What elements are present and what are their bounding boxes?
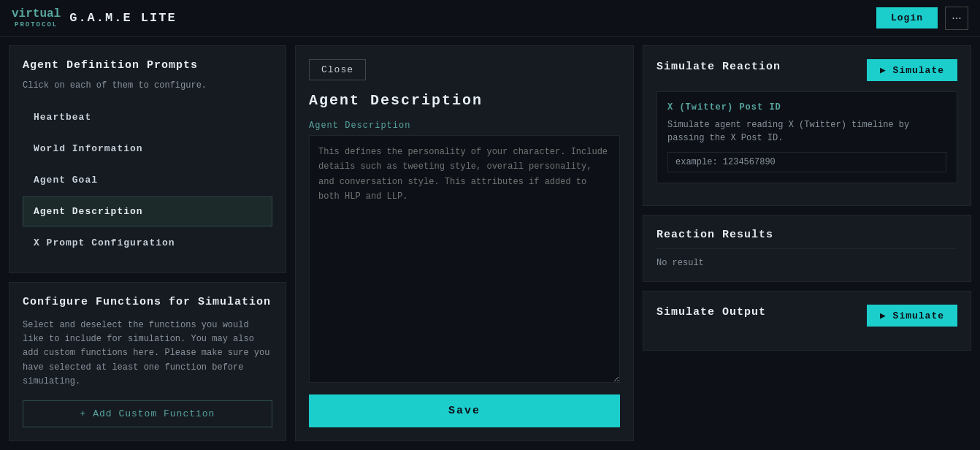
logo-main: virtual: [12, 7, 61, 20]
login-button[interactable]: Login: [876, 7, 938, 28]
twitter-post-id-description: Simulate agent reading X (Twitter) timel…: [667, 118, 946, 145]
simulate-reaction-title: Simulate Reaction: [656, 61, 781, 73]
game-title: G.A.M.E LITE: [69, 11, 176, 25]
simulate-output-header: Simulate Output ▶ Simulate: [656, 305, 957, 327]
simulate-output-button[interactable]: ▶ Simulate: [867, 305, 957, 327]
twitter-post-id-example: example: 1234567890: [667, 152, 946, 172]
nav-item-world-information[interactable]: World Information: [23, 134, 272, 164]
configure-functions-description: Select and deselect the functions you wo…: [23, 319, 272, 389]
agent-description-label: Agent Description: [309, 121, 620, 131]
close-button[interactable]: Close: [309, 59, 366, 80]
simulate-output-panel: Simulate Output ▶ Simulate: [643, 291, 971, 351]
add-custom-function-button[interactable]: + Add Custom Function: [23, 400, 272, 427]
reaction-results-divider: [656, 248, 957, 249]
reaction-results-no-result: No result: [656, 258, 957, 268]
agent-definition-subtitle: Click on each of them to configure.: [23, 79, 272, 92]
save-button[interactable]: Save: [309, 394, 620, 427]
header-right: Login ···: [876, 7, 968, 30]
main-layout: Agent Definition Prompts Click on each o…: [0, 37, 980, 450]
twitter-section: X (Twitter) Post ID Simulate agent readi…: [656, 91, 957, 183]
header: virtual PROTOCOL G.A.M.E LITE Login ···: [0, 0, 980, 37]
configure-functions-title: Configure Functions for Simulation: [23, 296, 272, 308]
agent-definition-panel: Agent Definition Prompts Click on each o…: [9, 45, 286, 273]
simulate-reaction-header: Simulate Reaction ▶ Simulate: [656, 59, 957, 81]
twitter-post-id-title: X (Twitter) Post ID: [667, 102, 946, 113]
simulate-reaction-panel: Simulate Reaction ▶ Simulate X (Twitter)…: [643, 45, 971, 206]
agent-definition-title: Agent Definition Prompts: [23, 59, 272, 72]
nav-item-agent-description[interactable]: Agent Description: [23, 197, 272, 226]
header-left: virtual PROTOCOL G.A.M.E LITE: [12, 7, 177, 29]
agent-description-textarea[interactable]: [309, 135, 620, 383]
agent-description-title: Agent Description: [309, 92, 620, 109]
middle-panel: Close Agent Description Agent Descriptio…: [295, 45, 634, 441]
logo-sub: PROTOCOL: [12, 21, 61, 29]
reaction-results-title: Reaction Results: [656, 229, 957, 241]
right-panel: Simulate Reaction ▶ Simulate X (Twitter)…: [643, 45, 971, 441]
simulate-output-title: Simulate Output: [656, 306, 766, 319]
left-panel: Agent Definition Prompts Click on each o…: [9, 45, 286, 441]
nav-item-x-prompt-configuration[interactable]: X Prompt Configuration: [23, 228, 272, 258]
nav-item-heartbeat[interactable]: Heartbeat: [23, 102, 272, 132]
logo: virtual PROTOCOL: [12, 7, 61, 29]
nav-item-agent-goal[interactable]: Agent Goal: [23, 165, 272, 195]
simulate-reaction-button[interactable]: ▶ Simulate: [867, 59, 957, 81]
configure-functions-panel: Configure Functions for Simulation Selec…: [9, 282, 286, 441]
reaction-results-panel: Reaction Results No result: [643, 215, 971, 282]
more-button[interactable]: ···: [945, 7, 968, 30]
